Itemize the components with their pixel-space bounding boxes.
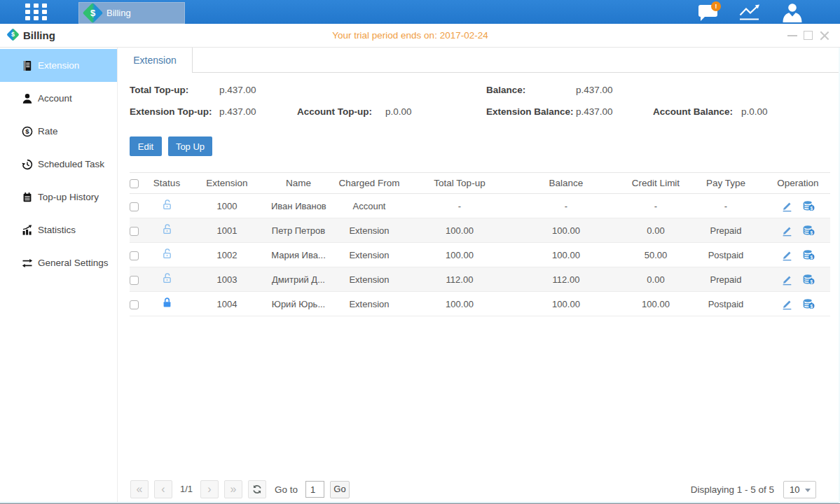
sidebar-item-general-settings[interactable]: General Settings <box>0 246 117 279</box>
page-size-value: 10 <box>790 484 799 495</box>
close-button[interactable] <box>819 31 829 41</box>
last-page-button[interactable]: » <box>224 480 242 498</box>
account-topup-value: p.0.00 <box>385 106 412 117</box>
sidebar-item-label: General Settings <box>38 258 109 268</box>
tab-extension-label: Extension <box>133 55 176 66</box>
cell-balance: 112.00 <box>507 274 626 285</box>
row-checkbox[interactable] <box>130 251 139 260</box>
cell-extension: 1004 <box>183 299 271 309</box>
sidebar-menu: ExtensionAccount$RateScheduled TaskTop-u… <box>0 48 118 504</box>
cell-credit-limit: 0.00 <box>626 274 686 285</box>
refresh-button[interactable] <box>248 480 266 498</box>
tab-extension[interactable]: Extension <box>118 48 193 73</box>
cell-balance: 100.00 <box>507 225 626 236</box>
cell-total-topup: 100.00 <box>413 225 507 236</box>
row-checkbox[interactable] <box>130 276 139 285</box>
cell-balance: 100.00 <box>507 299 626 309</box>
topup-coins-icon[interactable]: $ <box>803 200 815 212</box>
window-titlebar: $ Billing Your trial period ends on: 201… <box>0 24 840 48</box>
table-row: 1001Петр ПетровExtension100.00100.000.00… <box>130 218 830 243</box>
goto-label: Go to <box>275 484 298 495</box>
chat-notification-badge: ! <box>711 1 721 11</box>
maximize-button[interactable] <box>804 31 813 40</box>
cell-charged-from: Extension <box>326 299 413 309</box>
cell-name: Иван Иванов <box>271 201 326 211</box>
svg-text:$: $ <box>811 255 813 260</box>
cell-name: Дмитрий Д... <box>271 274 326 285</box>
topup-coins-icon[interactable]: $ <box>803 249 815 261</box>
edit-pencil-icon[interactable] <box>781 249 793 261</box>
cell-credit-limit: 0.00 <box>626 225 686 236</box>
apps-grid-icon[interactable] <box>25 4 47 20</box>
sidebar-item-label: Scheduled Task <box>38 159 104 169</box>
page-size-select[interactable]: 10 <box>783 481 816 498</box>
topup-coins-icon[interactable]: $ <box>803 298 815 310</box>
table-body: 1000Иван ИвановAccount----$1001Петр Петр… <box>130 194 830 316</box>
sidebar-item-label: Account <box>38 93 72 104</box>
first-page-button[interactable]: « <box>130 480 149 498</box>
cell-charged-from: Account <box>326 201 413 211</box>
sidebar-item-label: Statistics <box>38 225 76 235</box>
row-checkbox[interactable] <box>130 202 139 211</box>
edit-pencil-icon[interactable] <box>781 200 793 212</box>
cell-balance: - <box>507 201 626 211</box>
top-up-button[interactable]: Top Up <box>168 136 212 156</box>
cell-pay-type: - <box>686 201 766 211</box>
extension-topup-label: Extension Top-up: <box>130 106 212 117</box>
topup-history-icon <box>21 191 33 203</box>
goto-page-input[interactable] <box>305 481 324 498</box>
billing-app-tab[interactable]: $ Billing <box>78 2 185 24</box>
edit-pencil-icon[interactable] <box>781 274 793 286</box>
select-all-checkbox[interactable] <box>130 179 139 188</box>
pagination-bar: « ‹ 1/1 › » Go to Go Displaying 1 - 5 of… <box>118 480 840 501</box>
account-icon <box>21 92 33 104</box>
cell-charged-from: Extension <box>326 250 413 260</box>
row-checkbox[interactable] <box>130 300 139 309</box>
chat-icon[interactable]: ! <box>697 3 722 22</box>
sidebar-item-rate[interactable]: $Rate <box>0 115 117 148</box>
sidebar-item-label: Top-up History <box>38 192 99 202</box>
cell-name: Юрий Юрь... <box>271 299 326 309</box>
account-topup-label: Account Top-up: <box>297 106 372 117</box>
edit-pencil-icon[interactable] <box>781 225 793 237</box>
extension-balance-value: p.437.00 <box>576 106 613 117</box>
sidebar-item-scheduled-task[interactable]: Scheduled Task <box>0 148 117 181</box>
user-icon[interactable] <box>780 3 806 22</box>
edit-pencil-icon[interactable] <box>781 298 793 310</box>
table-row: 1002Мария Ива...Extension100.00100.0050.… <box>130 243 830 267</box>
cell-pay-type: Postpaid <box>686 250 766 260</box>
unlocked-icon <box>161 199 173 211</box>
rate-icon: $ <box>21 125 33 137</box>
next-page-button[interactable]: › <box>200 480 219 498</box>
top-app-bar: $ Billing ! <box>0 0 840 24</box>
col-charged-from: Charged From <box>326 178 413 188</box>
extension-table: Status Extension Name Charged From Total… <box>130 172 830 316</box>
sidebar-item-account[interactable]: Account <box>0 82 117 115</box>
table-row: 1004Юрий Юрь...Extension100.00100.00100.… <box>130 292 830 316</box>
sidebar-item-extension[interactable]: Extension <box>0 49 117 82</box>
go-button[interactable]: Go <box>330 481 350 498</box>
tab-strip-divider <box>193 72 840 73</box>
edit-button[interactable]: Edit <box>130 136 162 156</box>
table-row: 1003Дмитрий Д...Extension112.00112.000.0… <box>130 267 830 292</box>
minimize-button[interactable] <box>787 35 797 36</box>
extension-balance-label: Extension Balance: <box>486 106 574 117</box>
cell-pay-type: Prepaid <box>686 225 766 236</box>
cell-pay-type: Prepaid <box>686 274 766 285</box>
row-checkbox[interactable] <box>130 227 139 236</box>
prev-page-button[interactable]: ‹ <box>154 480 172 498</box>
topup-coins-icon[interactable]: $ <box>803 274 815 286</box>
topup-coins-icon[interactable]: $ <box>803 225 815 237</box>
chart-icon[interactable] <box>738 3 763 22</box>
unlocked-icon <box>161 272 173 284</box>
extension-topup-value: p.437.00 <box>219 106 256 117</box>
cell-total-topup: 112.00 <box>413 274 507 285</box>
sidebar-item-statistics[interactable]: Statistics <box>0 214 117 246</box>
sidebar-item-top-up-history[interactable]: Top-up History <box>0 181 117 214</box>
statistics-icon <box>21 224 33 236</box>
cell-name: Петр Петров <box>271 225 326 236</box>
table-row: 1000Иван ИвановAccount----$ <box>130 194 830 218</box>
billing-window: $ Billing ! $ Billing Your trial period … <box>0 0 840 504</box>
cell-charged-from: Extension <box>326 274 413 285</box>
trial-notice: Your trial period ends on: 2017-02-24 <box>0 24 830 47</box>
